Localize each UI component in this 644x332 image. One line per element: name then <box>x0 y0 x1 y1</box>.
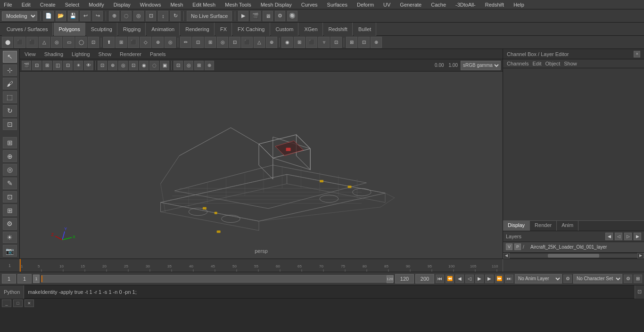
scroll-track[interactable] <box>510 254 637 258</box>
snap-btn6[interactable]: ↻ <box>170 11 181 21</box>
cube-icon-btn[interactable]: ⬛ <box>14 37 25 48</box>
vp-persp-btn[interactable]: ⊡ <box>32 61 41 70</box>
save-btn[interactable]: 💾 <box>68 11 78 21</box>
bridge-btn[interactable]: ⊞ <box>116 37 127 48</box>
smooth-btn[interactable]: ⬛ <box>241 37 253 48</box>
menu-deform[interactable]: Deform <box>355 2 376 8</box>
win-minimize-btn[interactable]: _ <box>2 300 11 307</box>
prev-key-btn[interactable]: ⏪ <box>446 275 454 283</box>
menu-cache[interactable]: Cache <box>429 2 448 8</box>
tab-rendering[interactable]: Rendering <box>181 23 215 36</box>
live-surface-btn[interactable]: No Live Surface <box>187 11 232 21</box>
vp-wire-btn[interactable]: ◫ <box>53 61 62 70</box>
object-menu[interactable]: Object <box>545 61 560 66</box>
pen-btn[interactable]: ✏ <box>180 37 191 48</box>
viewport-content[interactable]: X Y Z persp <box>20 72 503 259</box>
go-start-btn[interactable]: ⏮ <box>436 275 444 283</box>
panels-menu[interactable]: Panels <box>147 50 169 58</box>
component-btn[interactable]: ⊞ <box>3 137 17 149</box>
range-end-handle[interactable]: 120 <box>387 275 393 283</box>
new-file-btn[interactable]: 📄 <box>43 11 54 21</box>
ch-close-btn[interactable]: ✕ <box>634 51 640 57</box>
menu-edit-mesh[interactable]: Edit Mesh <box>190 2 217 8</box>
tab-bullet[interactable]: Bullet <box>354 23 377 36</box>
lighting-menu[interactable]: Lighting <box>69 50 93 58</box>
render-btn1[interactable]: ▶ <box>238 11 248 21</box>
vp-hdr-btn[interactable]: ◎ <box>118 61 128 70</box>
subdivide-btn[interactable]: ⊡ <box>229 37 240 48</box>
playback-end-input[interactable] <box>395 274 414 283</box>
win-maximize-btn[interactable]: □ <box>13 300 23 307</box>
vp-ssao-btn[interactable]: ⊡ <box>129 61 138 70</box>
workspace-dropdown[interactable]: Modeling <box>2 11 37 21</box>
tab-redshift[interactable]: Redshift <box>324 23 353 36</box>
triangulate-btn[interactable]: △ <box>254 37 265 48</box>
tab-fx-caching[interactable]: FX Caching <box>233 23 270 36</box>
tab-sculpting[interactable]: Sculpting <box>86 23 117 36</box>
redo-btn[interactable]: ↪ <box>92 11 103 21</box>
show-menu[interactable]: Show <box>96 50 115 58</box>
render-btn3[interactable]: 🖥 <box>263 11 273 21</box>
frame-input[interactable] <box>17 274 32 283</box>
snap-to-btn[interactable]: ⊕ <box>3 150 17 162</box>
edit-menu[interactable]: Edit <box>532 61 541 66</box>
renderer-menu[interactable]: Renderer <box>117 50 144 58</box>
menu-uv[interactable]: UV <box>381 2 392 8</box>
bool-btn[interactable]: ⊕ <box>152 37 164 48</box>
menu-windows[interactable]: Windows <box>138 2 163 8</box>
layer-tab-render[interactable]: Render <box>530 221 557 231</box>
render-btn5[interactable]: 🔘 <box>287 11 297 21</box>
channels-menu[interactable]: Channels <box>507 61 528 66</box>
win-close-btn[interactable]: ✕ <box>25 300 34 307</box>
range-end-input[interactable] <box>415 274 434 283</box>
deform-btn[interactable]: ▿ <box>318 37 330 48</box>
soft-mod-btn[interactable]: ◎ <box>3 164 17 176</box>
vp-shade-btn[interactable]: ⊡ <box>63 61 73 70</box>
tab-animation[interactable]: Animation <box>147 23 180 36</box>
light-btn[interactable]: ☀ <box>3 232 17 243</box>
menu-file[interactable]: File <box>2 2 14 8</box>
snap-btn3[interactable]: ◎ <box>133 11 144 21</box>
vp-light-btn[interactable]: ☀ <box>74 61 83 70</box>
status-icon[interactable]: ⊡ <box>635 285 644 299</box>
vp-cam-btn[interactable]: 🎬 <box>22 61 31 70</box>
next-key-btn[interactable]: ⏩ <box>495 275 504 283</box>
shading-menu[interactable]: Shading <box>41 50 66 58</box>
menu-create[interactable]: Create <box>38 2 58 8</box>
scroll-right-arrow[interactable]: ▶ <box>637 253 644 259</box>
open-btn[interactable]: 📂 <box>56 11 66 21</box>
tab-curves-surfaces[interactable]: Curves / Surfaces <box>2 23 53 36</box>
vp-mb-btn[interactable]: ◌ <box>149 61 159 70</box>
soft-sel-btn[interactable]: ◉ <box>281 37 293 48</box>
vp-aa-btn[interactable]: ⊕ <box>108 61 117 70</box>
loop-btn[interactable]: ⊞ <box>205 37 216 48</box>
go-end-btn[interactable]: ⏭ <box>505 275 513 283</box>
vp-obj-btn[interactable]: ◎ <box>184 61 193 70</box>
vp-iso-btn[interactable]: ⊡ <box>173 61 183 70</box>
snap-btn2[interactable]: ◌ <box>121 11 132 21</box>
char-set-extra-btn[interactable]: ⊞ <box>634 275 642 283</box>
menu-mesh-tools[interactable]: Mesh Tools <box>223 2 253 8</box>
render-btn4[interactable]: ⚙ <box>275 11 285 21</box>
tab-custom[interactable]: Custom <box>271 23 299 36</box>
torus-icon-btn[interactable]: ◎ <box>51 37 62 48</box>
layer-next-btn[interactable]: ▶ <box>634 233 641 240</box>
vp-dof-btn[interactable]: ◉ <box>139 61 149 70</box>
render-btn2[interactable]: 🎬 <box>250 11 261 21</box>
menu-mesh-display[interactable]: Mesh Display <box>259 2 294 8</box>
layer-playback-btn[interactable]: P <box>514 243 521 250</box>
python-label[interactable]: Python <box>0 285 24 299</box>
layer-name[interactable]: Aircraft_25K_Loader_Old_001_layer <box>530 244 641 250</box>
snap-btn4[interactable]: ⊡ <box>146 11 156 21</box>
next-frame-btn[interactable]: ▶ <box>485 275 494 283</box>
menu-modify[interactable]: Modify <box>87 2 106 8</box>
play-back-btn[interactable]: ◁ <box>465 275 474 283</box>
layer-prev2-btn[interactable]: ◁ <box>615 233 622 240</box>
ring-btn[interactable]: ◎ <box>217 37 228 48</box>
menu-edit[interactable]: Edit <box>20 2 33 8</box>
timeline-slider[interactable]: 120 <box>41 275 394 283</box>
menu-generate[interactable]: Generate <box>398 2 423 8</box>
colorspace-select[interactable]: sRGB gamma <box>461 61 501 70</box>
timeline-ruler[interactable]: 1 5 10 15 20 25 30 35 40 45 50 <box>20 259 503 272</box>
select-tool-btn[interactable]: ↖ <box>3 51 17 63</box>
